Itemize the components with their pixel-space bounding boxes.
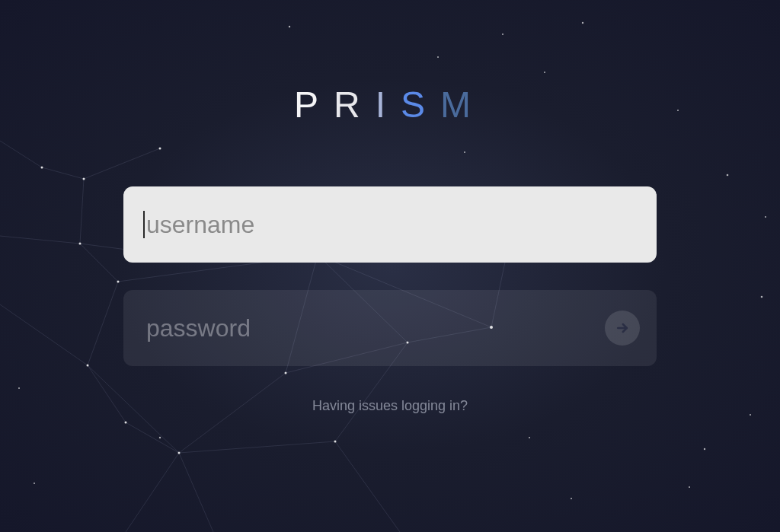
login-container: P R I S M Having issues logging in? (0, 0, 780, 532)
logo-letter-s: S (401, 84, 440, 126)
login-form (123, 186, 657, 366)
help-link[interactable]: Having issues logging in? (312, 398, 468, 414)
logo-letter-i: I (376, 84, 401, 126)
logo-letter-r: R (334, 84, 376, 126)
logo-letter-m: M (440, 84, 486, 126)
arrow-right-icon (615, 320, 630, 336)
brand-logo: P R I S M (294, 84, 486, 126)
submit-button[interactable] (605, 311, 640, 346)
password-field-wrapper (123, 290, 657, 366)
logo-letter-p: P (294, 84, 334, 126)
password-input[interactable] (123, 290, 657, 366)
text-cursor (143, 211, 145, 238)
username-field-wrapper (123, 186, 657, 263)
username-input[interactable] (123, 186, 657, 263)
